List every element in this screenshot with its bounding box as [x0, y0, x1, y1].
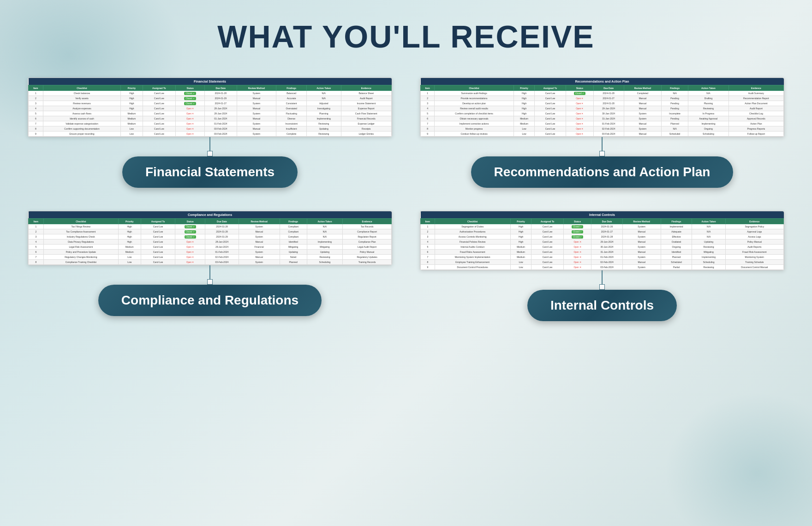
table-row: 6Obtain necessary approvalsMediumCarol L…	[421, 116, 784, 121]
pill-label-internal-controls: Internal Controls	[527, 290, 677, 321]
table-row: 9Document Control ProceduresLowCarol Lee…	[421, 265, 784, 270]
table-row: 1Summarize audit findingsHighCarol LeeCl…	[421, 91, 784, 96]
table-row: 6Identify sources of cashMediumCarol Lee…	[29, 116, 392, 121]
table-row: 8Monitor progressLowCarol LeeOpen ✕02-Fe…	[421, 126, 784, 132]
table-row: 5Assess cash flowsMediumCarol LeeOpen ✕2…	[29, 111, 392, 116]
connector-line	[602, 137, 603, 151]
connector-box	[599, 284, 605, 290]
table-row: 6Fraud Risks AssessmentMediumCarol LeeOp…	[421, 250, 784, 255]
table-row: 3Access Controls MonitoringHighCarol Lee…	[421, 234, 784, 239]
card-internal-controls: Internal ControlsItemChecklistPriorityAs…	[420, 211, 784, 321]
table-row: 9Conduct follow-up reviewsLowCarol LeeOp…	[421, 132, 784, 137]
spreadsheet-internal-controls: Internal ControlsItemChecklistPriorityAs…	[420, 211, 784, 270]
table-row: 3Industry Regulations CheckHighCarol Lee…	[29, 234, 392, 239]
card-financial-statements: Financial StatementsItemChecklistPriorit…	[28, 78, 392, 188]
table-row: 5Internal Audits ConductMediumCarol LeeO…	[421, 245, 784, 250]
pill-label-financial-statements: Financial Statements	[122, 156, 298, 188]
table-row: 1Tax Filings ReviewHighCarol LeeClosed ✓…	[29, 224, 392, 229]
table-row: 3Review revenuesHighCarol LeeClosed ✓202…	[29, 101, 392, 106]
table-row: 2Verify assetsHighCarol LeeClosed ✓2024-…	[29, 96, 392, 101]
table-row: 8Employee Training EnhancementLowCarol L…	[421, 260, 784, 265]
spreadsheet-recommendations: Recommendations and Action PlanItemCheck…	[420, 78, 784, 137]
table-row: 7Regulatory Changes MonitoringLowCarol L…	[29, 255, 392, 260]
table-row: 5Confirm completion of checklist itemsHi…	[421, 111, 784, 116]
table-row: 2Tax Compliance AssessmentHighCarol LeeC…	[29, 229, 392, 234]
table-row: 8Confirm supporting documentationLowCaro…	[29, 126, 392, 132]
connector-line	[209, 137, 210, 151]
connector-box	[599, 151, 605, 156]
pill-label-recommendations: Recommendations and Action Plan	[471, 156, 734, 188]
table-row: 7Monitoring System ImplementationMediumC…	[421, 255, 784, 260]
table-row: 2Authorization ProceduresHighCarol LeeCl…	[421, 229, 784, 234]
connector-line	[209, 265, 210, 279]
table-row: 2Provide recommendationsHighCarol LeeOpe…	[421, 96, 784, 101]
cards-grid: Financial StatementsItemChecklistPriorit…	[28, 78, 784, 321]
table-row: 8Compliance Training ChecklistLowCarol L…	[29, 260, 392, 265]
table-row: 7Implement corrective actionsMediumCarol…	[421, 121, 784, 126]
table-row: 1Check balancesHighCarol LeeClosed ✓2024…	[29, 91, 392, 96]
table-row: 4Review overall audit resultsHighCarol L…	[421, 106, 784, 111]
table-row: 7Validate expense categorizationMediumCa…	[29, 121, 392, 126]
table-row: 4Financial Policies ReviewHighCarol LeeO…	[421, 239, 784, 245]
table-row: 5Legal Risk AssessmentMediumCarol LeeOpe…	[29, 245, 392, 250]
table-row: 3Develop an action planHighCarol LeeOpen…	[421, 101, 784, 106]
table-row: 4Analyze expensesHighCarol LeeOpen ✕28-J…	[29, 106, 392, 111]
connector-line	[602, 270, 603, 284]
table-row: 1Segregation of DutiesHighCarol LeeClose…	[421, 224, 784, 229]
connector-box	[207, 279, 213, 285]
card-compliance: Compliance and RegulationsItemChecklistP…	[28, 211, 392, 321]
spreadsheet-compliance: Compliance and RegulationsItemChecklistP…	[28, 211, 392, 265]
card-recommendations: Recommendations and Action PlanItemCheck…	[420, 78, 784, 188]
pill-label-compliance: Compliance and Regulations	[98, 285, 322, 316]
table-row: 6Policy and Procedure UpdateMediumCarol …	[29, 250, 392, 255]
connector-box	[207, 151, 213, 156]
spreadsheet-financial-statements: Financial StatementsItemChecklistPriorit…	[28, 78, 392, 137]
table-row: 4Data Privacy RegulationsHighCarol LeeOp…	[29, 239, 392, 245]
page-title: WHAT YOU'LL RECEIVE	[217, 18, 594, 54]
table-row: 9Ensure proper recordingLowCarol LeeOpen…	[29, 132, 392, 137]
